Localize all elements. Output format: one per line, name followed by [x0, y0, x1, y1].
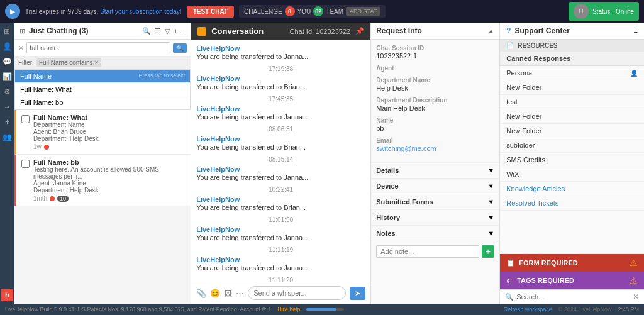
- add-stat-button[interactable]: ADD STAT: [346, 7, 380, 16]
- canned-item-8[interactable]: Knowledge Articles: [500, 182, 644, 196]
- more-icon[interactable]: ⋯: [236, 289, 244, 298]
- challenge-section: CHALLENGE 0 YOU 82 TEAM ADD STAT: [239, 5, 386, 18]
- chat-item-department-0: Department: Help Desk: [33, 135, 186, 142]
- msg-sender-1: LiveHelpNow: [196, 75, 365, 82]
- attachment-icon[interactable]: 📎: [196, 289, 206, 298]
- form-icon: 📋: [506, 259, 515, 267]
- whisper-input[interactable]: [248, 286, 346, 300]
- chat-item-content-1: Full Name: bb Testing here. An account i…: [33, 158, 186, 202]
- section-device[interactable]: Device ▼: [371, 178, 499, 194]
- sidebar-icon-h[interactable]: h: [1, 289, 13, 301]
- search-button[interactable]: 🔍: [173, 43, 187, 53]
- remove-filter-icon[interactable]: ✕: [94, 59, 99, 66]
- section-details[interactable]: Details ▼: [371, 162, 499, 178]
- request-chevron[interactable]: ▲: [487, 27, 494, 35]
- msg-text-2: You are being transferred to Janna...: [196, 113, 365, 121]
- section-notes[interactable]: Notes ▼: [371, 225, 499, 241]
- chat-item-name-0: Full Name: What: [33, 114, 186, 121]
- send-button[interactable]: ➤: [350, 287, 365, 300]
- search-icon[interactable]: 🔍: [142, 27, 151, 35]
- support-search: 🔍 ✕: [500, 289, 644, 304]
- sidebar-icon-settings[interactable]: ⚙: [1, 86, 13, 98]
- chat-item-checkbox-0[interactable]: [21, 115, 30, 123]
- canned-item-7[interactable]: WiX: [500, 167, 644, 182]
- message-0: LiveHelpNow You are being transferred to…: [196, 45, 365, 60]
- autocomplete-item-0[interactable]: Full Name Press tab to select: [15, 70, 190, 83]
- trial-text: Trial expires in 9739 days. Start your s…: [25, 8, 182, 15]
- msg-time-3: 08:06:31: [196, 126, 365, 133]
- field-label-5: Email: [376, 137, 494, 144]
- message-6: LiveHelpNow You are being transferred to…: [196, 226, 365, 241]
- tags-required-bar[interactable]: 🏷 TAGS REQUIRED ⚠: [500, 272, 644, 289]
- time-text: 2:45 PM: [618, 306, 639, 312]
- msg-sender-7: LiveHelpNow: [196, 256, 365, 263]
- chat-item-department-1: Department: Help Desk: [33, 187, 186, 194]
- msg-sender-3: LiveHelpNow: [196, 135, 365, 143]
- chat-item-1[interactable]: Full Name: bb Testing here. An account i…: [14, 155, 191, 206]
- refresh-link[interactable]: Refresh workspace: [504, 306, 552, 312]
- filter-bar: Filter: Full Name contains ✕: [14, 57, 191, 69]
- sidebar-icon-grid[interactable]: ⊞: [1, 25, 13, 38]
- canned-item-5[interactable]: subfolder: [500, 138, 644, 153]
- chat-item-dept-0: Department Name: [33, 121, 186, 128]
- canned-item-2[interactable]: test: [500, 95, 644, 109]
- team-count: 82: [313, 6, 323, 16]
- funnel-icon[interactable]: ▽: [165, 27, 170, 35]
- doc-icon: 📄: [506, 42, 514, 49]
- plus-icon[interactable]: +: [174, 27, 177, 35]
- canned-item-4[interactable]: New Folder: [500, 124, 644, 138]
- field-value-5[interactable]: switching@me.com: [376, 145, 494, 152]
- form-required-bar[interactable]: 📋 FORM REQUIRED ⚠: [500, 254, 644, 272]
- support-panel: ? Support Center ≡ 📄 RESOURCES Canned Re…: [500, 23, 644, 304]
- pin-icon[interactable]: 📌: [355, 27, 364, 35]
- notes-add-button[interactable]: +: [482, 245, 494, 258]
- search-input[interactable]: [26, 42, 170, 53]
- canned-item-1[interactable]: New Folder: [500, 80, 644, 95]
- question-icon: ?: [506, 26, 511, 35]
- autocomplete-item-2[interactable]: Full Name: bb: [15, 96, 190, 109]
- msg-sender-2: LiveHelpNow: [196, 105, 365, 113]
- conv-header-icons: 📌: [355, 27, 364, 35]
- chat-item-checkbox-1[interactable]: [21, 160, 30, 168]
- support-search-clear[interactable]: ✕: [633, 292, 639, 301]
- field-value-2: Help Desk: [376, 84, 494, 92]
- canned-item-3[interactable]: New Folder: [500, 109, 644, 124]
- subscription-link[interactable]: Start your subscription today!: [100, 8, 182, 15]
- canned-item-0[interactable]: Personal 👤: [500, 66, 644, 80]
- sidebar-icon-add[interactable]: +: [1, 116, 13, 128]
- msg-time-8: 11:11:20: [196, 277, 365, 282]
- sidebar-icon-arrow[interactable]: →: [1, 101, 13, 113]
- canned-item-6[interactable]: SMS Credits.: [500, 153, 644, 167]
- minus-icon[interactable]: −: [182, 27, 186, 35]
- message-7: LiveHelpNow You are being transferred to…: [196, 256, 365, 272]
- section-submitted-forms[interactable]: Submitted Forms ▼: [371, 194, 499, 209]
- sidebar-icon-chart[interactable]: 📊: [1, 70, 13, 83]
- support-title: ? Support Center: [506, 26, 570, 35]
- filter-icon[interactable]: ☰: [155, 27, 161, 35]
- canned-item-label-4: New Folder: [506, 127, 541, 135]
- autocomplete-item-1[interactable]: Full Name: What: [15, 83, 190, 96]
- field-label-0: Chat Session ID: [376, 45, 494, 52]
- field-label-1: Agent: [376, 65, 494, 72]
- test-chat-button[interactable]: TEST CHAT: [187, 6, 234, 18]
- notes-input[interactable]: [376, 245, 479, 258]
- canned-item-label-2: test: [506, 98, 518, 106]
- support-menu-icon[interactable]: ≡: [634, 27, 638, 35]
- chat-item-name-1: Full Name: bb: [33, 158, 186, 166]
- sidebar-icon-people[interactable]: 👥: [1, 131, 13, 143]
- section-history-chevron: ▼: [487, 214, 494, 221]
- hire-help-link[interactable]: Hire help: [277, 306, 300, 312]
- canned-item-9[interactable]: Resolved Tickets: [500, 196, 644, 211]
- support-search-input[interactable]: [516, 293, 630, 301]
- dot-red-1: [50, 196, 55, 201]
- close-icon[interactable]: ✕: [18, 44, 24, 52]
- emoji-icon[interactable]: 😊: [210, 289, 220, 298]
- avatar: U: [574, 4, 589, 19]
- sidebar-icon-chat[interactable]: 💬: [1, 55, 13, 68]
- image-icon[interactable]: 🖼: [224, 289, 232, 298]
- section-details-chevron: ▼: [487, 167, 494, 174]
- sidebar-icon-user[interactable]: 👤: [1, 40, 13, 53]
- section-history[interactable]: History ▼: [371, 209, 499, 225]
- chat-item-0[interactable]: Full Name: What Department Name Agent: B…: [14, 110, 191, 155]
- messages: LiveHelpNow You are being transferred to…: [191, 40, 370, 282]
